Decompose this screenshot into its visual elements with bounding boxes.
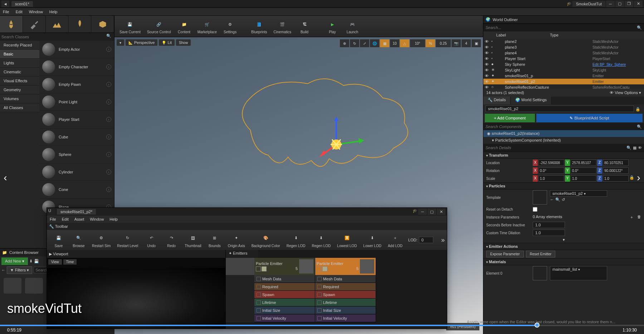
rot-x[interactable] [538, 167, 564, 174]
menu-file[interactable]: File [3, 10, 9, 14]
module-mesh-data[interactable]: Mesh Data [254, 275, 315, 283]
menu-window[interactable]: Window [29, 10, 43, 14]
cascade-menu-edit[interactable]: Edit [62, 217, 69, 221]
emitters-tab[interactable]: ✦ Emitters [226, 250, 258, 258]
tb-cinematics[interactable]: 🎬Cinematics [271, 18, 294, 35]
place-cone[interactable]: Conei [39, 181, 114, 198]
tb-marketplace[interactable]: 🛒Marketplace [195, 18, 220, 35]
cascade-minimize[interactable]: ─ [418, 208, 427, 215]
outliner-search-input[interactable] [486, 25, 637, 30]
scene-tab[interactable]: scen01* [11, 1, 33, 7]
cascade-origin-axis[interactable]: ✦Origin Axis [225, 232, 248, 249]
cascade-browse[interactable]: 🔍Browse [69, 232, 88, 249]
vp-show[interactable]: Show [176, 39, 191, 46]
expose-parameter-button[interactable]: Expose Parameter [486, 251, 524, 257]
tb-blueprints[interactable]: 📘Blueprints [248, 18, 270, 35]
cascade-menu-window[interactable]: Window [90, 217, 104, 221]
module-spawn[interactable]: Spawn [315, 291, 376, 299]
material-dropdown[interactable]: mainsmall_list ▾ [550, 266, 607, 280]
outliner-row[interactable]: 👁✦smokeRise01_pEmitter [483, 73, 644, 79]
vp-dropdown[interactable]: ▾ [117, 39, 124, 46]
material-thumbnail[interactable] [533, 266, 547, 280]
component-search-input[interactable] [486, 124, 637, 129]
reset-detach-checkbox[interactable] [533, 207, 537, 212]
module-initial-velocity[interactable]: Initial Velocity [254, 314, 315, 322]
place-cube[interactable]: Cubei [39, 128, 114, 146]
vp-lit[interactable]: 💡 Lit [159, 39, 175, 46]
tb-launch[interactable]: 🎮Launch [343, 18, 362, 35]
cascade-redo[interactable]: ↷Redo [162, 232, 181, 249]
scale-y[interactable] [571, 175, 596, 182]
module-mesh-data[interactable]: Mesh Data [315, 275, 376, 283]
outliner-row[interactable]: 👁▫plane3StaticMeshActor [483, 44, 644, 50]
cascade-bg-color[interactable]: 🎨Background Color [249, 232, 283, 249]
view-options[interactable]: 👁 View Options ▾ [610, 90, 641, 95]
loc-x[interactable] [538, 159, 564, 166]
template-dropdown[interactable]: smokeRise01_p2 ▾ [550, 190, 607, 197]
vp-scale-snap[interactable]: % [426, 39, 435, 47]
search-icon[interactable]: 🔍 [106, 34, 113, 40]
cat-all-classes[interactable]: All Classes [0, 103, 39, 112]
cat-geometry[interactable]: Geometry [0, 85, 39, 94]
cat-basic[interactable]: Basic [0, 50, 39, 59]
outliner-row[interactable]: 👁▫plane2StaticMeshActor [483, 39, 644, 44]
mode-geometry[interactable] [91, 16, 114, 33]
clear-elements-icon[interactable]: 🗑 [637, 215, 641, 220]
tutorial-icon[interactable]: 🎓 [567, 1, 572, 6]
cascade-help-icon[interactable]: 🎓 [413, 208, 418, 215]
world-settings-tab[interactable]: 🌍 World Settings [511, 97, 551, 104]
filter-icon[interactable]: ▦ [631, 146, 638, 150]
mode-paint[interactable] [23, 16, 46, 33]
template-find-icon[interactable]: 🔍 [555, 197, 560, 202]
vp-transform-scale[interactable]: ⤢ [360, 39, 369, 47]
cascade-lower-lod[interactable]: ⬇Lower LOD [360, 232, 384, 249]
cat-visual-effects[interactable]: Visual Effects [0, 77, 39, 85]
cascade-undo[interactable]: ↶Undo [142, 232, 161, 249]
video-scrubber[interactable] [535, 323, 540, 328]
mode-landscape[interactable] [46, 16, 69, 33]
menu-help[interactable]: Help [49, 10, 58, 14]
template-back-icon[interactable]: ← [550, 197, 554, 202]
tb-source-control[interactable]: 🔗Source Control [144, 18, 174, 35]
place-point-light[interactable]: Point Lighti [39, 93, 114, 111]
loc-y[interactable] [571, 159, 596, 166]
menu-edit[interactable]: Edit [16, 10, 23, 14]
outliner-row[interactable]: 👁●Sky SphereEdit BP_Sky_Sphere [483, 62, 644, 67]
module-initial-size[interactable]: Initial Size [315, 306, 376, 314]
modes-search-input[interactable] [1, 35, 106, 39]
cascade-lowest-lod[interactable]: ⏬Lowest LOD [334, 232, 360, 249]
scale-z[interactable] [603, 175, 629, 182]
module-initial-size[interactable]: Initial Size [254, 306, 315, 314]
import-icon[interactable]: ⬇ [29, 259, 33, 264]
outliner-col-type[interactable]: Type [550, 33, 558, 37]
details-tab[interactable]: 🔧 Details [483, 97, 510, 104]
vp-angle-snap[interactable]: △ [400, 39, 409, 47]
search-icon[interactable]: 🔍 [637, 25, 642, 30]
video-progress-bar[interactable] [0, 325, 644, 326]
reset-emitter-button[interactable]: Reset Emitter [526, 251, 556, 257]
minimize-button[interactable]: ─ [606, 1, 615, 7]
add-element-icon[interactable]: ＋ [630, 215, 634, 220]
eye-icon[interactable]: 👁 [638, 146, 642, 150]
outliner-tab[interactable]: 🌍 World Outliner [483, 16, 644, 24]
cascade-maximize[interactable]: ▢ [428, 208, 436, 215]
cat-lights[interactable]: Lights [0, 59, 39, 68]
loc-z[interactable] [603, 159, 629, 166]
tb-build[interactable]: 🏗Build [295, 18, 314, 35]
filters-button[interactable]: ▼ Filters ▾ [7, 266, 32, 274]
outliner-row-selected[interactable]: 👁✦smokeRise01_p2Emitter [483, 79, 644, 84]
system-thumbnail[interactable] [226, 258, 254, 275]
module-initial-velocity[interactable]: Initial Velocity [315, 314, 376, 322]
expand-icon[interactable]: ▾ [563, 237, 565, 242]
cascade-view-button[interactable]: View [48, 259, 62, 265]
blueprint-script-button[interactable]: ✎ Blueprint/Add Script [536, 114, 643, 122]
mode-place[interactable] [0, 16, 23, 33]
restore-button[interactable]: ❐ [625, 1, 633, 7]
section-materials[interactable]: Materials [483, 258, 644, 265]
tb-play[interactable]: ▶Play [323, 18, 342, 35]
cascade-thumbnail[interactable]: 🖼Thumbnail [182, 232, 204, 249]
place-empty-character[interactable]: Empty Characteri [39, 58, 114, 76]
cascade-restart-sim[interactable]: ⚙Restart Sim [89, 232, 113, 249]
cat-cinematic[interactable]: Cinematic [0, 68, 39, 77]
time-dilation-input[interactable] [533, 230, 565, 236]
